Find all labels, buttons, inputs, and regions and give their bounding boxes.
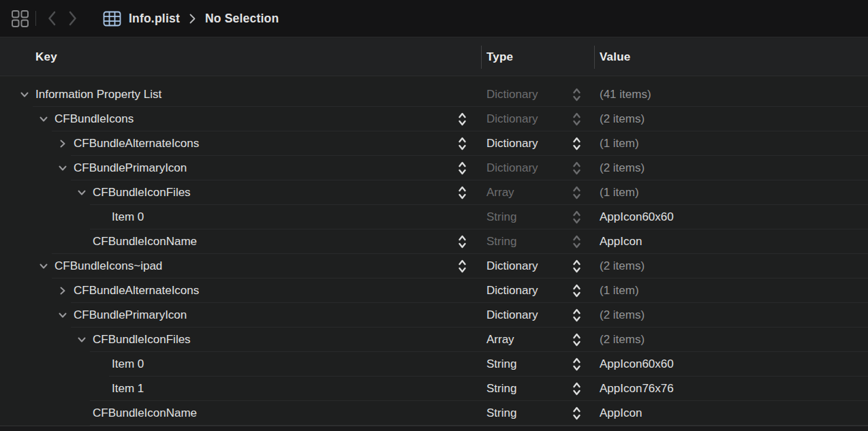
row-value-cell[interactable]: (1 item): [600, 131, 639, 156]
type-stepper-icon[interactable]: [572, 406, 581, 421]
plist-file-icon: [103, 11, 121, 27]
breadcrumb-chevron-icon: [189, 13, 196, 25]
plist-row[interactable]: CFBundleIconFilesArray(1 item): [0, 180, 868, 205]
key-stepper-icon[interactable]: [458, 234, 467, 249]
row-key-label: Information Property List: [35, 82, 161, 107]
row-value-cell[interactable]: (2 items): [600, 156, 645, 180]
table-header: Key Type Value: [0, 38, 868, 76]
row-type-value[interactable]: Dictionary: [486, 82, 538, 107]
column-header-value[interactable]: Value: [600, 38, 630, 76]
disclosure-collapsed-icon[interactable]: [57, 285, 68, 296]
row-key-label: CFBundlePrimaryIcon: [74, 156, 187, 180]
type-stepper-icon[interactable]: [572, 357, 581, 372]
plist-row[interactable]: Item 0StringAppIcon60x60: [0, 352, 868, 377]
row-key-label: CFBundleIconFiles: [93, 328, 191, 352]
row-key-label: CFBundleIconName: [93, 401, 197, 426]
type-stepper-icon[interactable]: [572, 381, 581, 396]
row-type-value[interactable]: String: [486, 229, 516, 254]
row-type-value[interactable]: Dictionary: [486, 254, 538, 278]
disclosure-expanded-icon[interactable]: [76, 334, 87, 345]
navigate-forward-icon[interactable]: [62, 7, 82, 30]
row-key-label: CFBundleIconFiles: [93, 180, 191, 205]
disclosure-expanded-icon[interactable]: [57, 163, 68, 174]
type-stepper-icon[interactable]: [572, 308, 581, 323]
row-key-label: CFBundleIconName: [93, 229, 197, 254]
xcode-plist-editor: Info.plist No Selection Key Type Value I…: [0, 0, 868, 431]
key-stepper-icon[interactable]: [458, 259, 467, 274]
plist-row[interactable]: CFBundleIconsDictionary(2 items): [0, 107, 868, 131]
row-type-value[interactable]: String: [486, 377, 516, 401]
plist-row[interactable]: CFBundleIconFilesArray(2 items): [0, 328, 868, 352]
disclosure-expanded-icon[interactable]: [57, 310, 68, 321]
key-stepper-icon[interactable]: [458, 161, 467, 176]
row-type-value[interactable]: Dictionary: [486, 156, 538, 180]
row-value-cell[interactable]: AppIcon60x60: [600, 352, 674, 377]
navigate-back-icon[interactable]: [42, 7, 62, 30]
row-key-label: Item 0: [112, 205, 144, 229]
type-stepper-icon[interactable]: [572, 136, 581, 151]
plist-row[interactable]: CFBundlePrimaryIconDictionary(2 items): [0, 156, 868, 180]
breadcrumb: Info.plist No Selection: [103, 11, 279, 27]
type-stepper-icon[interactable]: [572, 259, 581, 274]
row-type-value[interactable]: Dictionary: [486, 107, 538, 131]
plist-outline: Information Property ListDictionary(41 i…: [0, 76, 868, 426]
row-key-label: CFBundlePrimaryIcon: [74, 303, 187, 328]
editor-options-grid-icon[interactable]: [8, 7, 31, 30]
row-value-cell[interactable]: (1 item): [600, 180, 639, 205]
type-stepper-icon[interactable]: [572, 332, 581, 347]
plist-row[interactable]: Item 0StringAppIcon60x60: [0, 205, 868, 229]
row-type-value[interactable]: Dictionary: [486, 131, 538, 156]
disclosure-expanded-icon[interactable]: [38, 114, 49, 125]
row-key-label: Item 1: [112, 377, 144, 401]
row-value-cell[interactable]: (2 items): [600, 328, 645, 352]
disclosure-expanded-icon[interactable]: [38, 261, 49, 272]
row-value-cell[interactable]: (41 items): [600, 82, 651, 107]
row-key-label: Item 0: [112, 352, 144, 377]
row-type-value[interactable]: Dictionary: [486, 303, 538, 328]
row-value-cell[interactable]: (2 items): [600, 303, 645, 328]
row-key-label: CFBundleAlternateIcons: [74, 278, 199, 303]
key-stepper-icon[interactable]: [458, 185, 467, 200]
disclosure-expanded-icon[interactable]: [76, 187, 87, 198]
row-value-cell[interactable]: AppIcon: [600, 401, 642, 426]
row-type-value[interactable]: Array: [486, 328, 514, 352]
breadcrumb-file[interactable]: Info.plist: [129, 12, 180, 26]
column-header-type[interactable]: Type: [486, 38, 513, 76]
plist-row[interactable]: CFBundleIconNameStringAppIcon: [0, 401, 868, 426]
type-stepper-icon[interactable]: [572, 283, 581, 298]
row-value-cell[interactable]: (2 items): [600, 254, 645, 278]
type-stepper-icon[interactable]: [572, 161, 581, 176]
type-stepper-icon[interactable]: [572, 234, 581, 249]
plist-row[interactable]: CFBundleAlternateIconsDictionary(1 item): [0, 278, 868, 303]
disclosure-collapsed-icon[interactable]: [57, 138, 68, 149]
row-value-cell[interactable]: (2 items): [600, 107, 645, 131]
plist-row[interactable]: CFBundleAlternateIconsDictionary(1 item): [0, 131, 868, 156]
column-separator[interactable]: [481, 46, 482, 69]
row-type-value[interactable]: Dictionary: [486, 278, 538, 303]
row-value-cell[interactable]: AppIcon: [600, 229, 642, 254]
row-type-value[interactable]: Array: [486, 180, 514, 205]
column-separator[interactable]: [594, 46, 595, 69]
row-type-value[interactable]: String: [486, 401, 516, 426]
type-stepper-icon[interactable]: [572, 112, 581, 127]
row-value-cell[interactable]: AppIcon76x76: [600, 377, 674, 401]
row-key-label: CFBundleIcons: [55, 107, 134, 131]
plist-row[interactable]: CFBundleIconNameStringAppIcon: [0, 229, 868, 254]
plist-row[interactable]: CFBundlePrimaryIconDictionary(2 items): [0, 303, 868, 328]
type-stepper-icon[interactable]: [572, 87, 581, 102]
plist-row[interactable]: CFBundleIcons~ipadDictionary(2 items): [0, 254, 868, 278]
row-value-cell[interactable]: (1 item): [600, 278, 639, 303]
key-stepper-icon[interactable]: [458, 112, 467, 127]
type-stepper-icon[interactable]: [572, 210, 581, 225]
row-key-label: CFBundleAlternateIcons: [74, 131, 199, 156]
disclosure-expanded-icon[interactable]: [19, 89, 30, 100]
row-type-value[interactable]: String: [486, 205, 516, 229]
row-type-value[interactable]: String: [486, 352, 516, 377]
column-header-key[interactable]: Key: [35, 38, 57, 76]
row-value-cell[interactable]: AppIcon60x60: [600, 205, 674, 229]
type-stepper-icon[interactable]: [572, 185, 581, 200]
key-stepper-icon[interactable]: [458, 136, 467, 151]
breadcrumb-selection[interactable]: No Selection: [205, 12, 279, 26]
plist-row[interactable]: Item 1StringAppIcon76x76: [0, 377, 868, 401]
plist-row[interactable]: Information Property ListDictionary(41 i…: [0, 82, 868, 107]
